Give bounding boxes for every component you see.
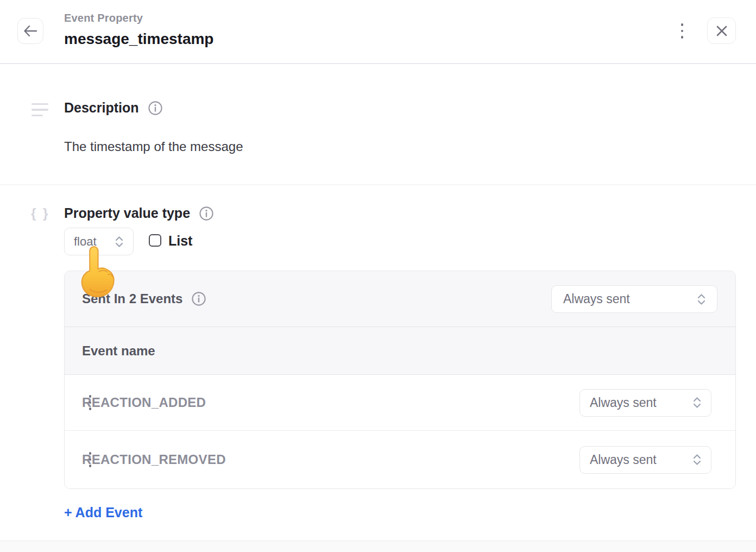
row-options-button[interactable] xyxy=(82,447,98,473)
info-icon[interactable] xyxy=(199,206,213,221)
event-sent-value: Always sent xyxy=(590,396,657,410)
close-button[interactable] xyxy=(707,17,736,44)
back-button[interactable] xyxy=(17,18,43,44)
entity-type-label: Event Property xyxy=(64,12,143,24)
add-event-button[interactable]: + Add Event xyxy=(64,505,142,520)
value-type-dropdown[interactable]: float xyxy=(64,228,134,255)
sent-in-events-heading: Sent In 2 Events xyxy=(82,291,182,306)
all-events-sent-value: Always sent xyxy=(563,292,630,306)
chevron-up-down-icon xyxy=(692,397,702,409)
sent-in-events-card: Sent In 2 Events Always sent Event name … xyxy=(64,271,736,489)
panel-header: Event Property message_timestamp xyxy=(0,0,756,64)
more-options-button[interactable] xyxy=(674,18,690,44)
row-options-button[interactable] xyxy=(82,390,98,416)
description-text: The timestamp of the message xyxy=(64,139,243,154)
event-name: REACTION_ADDED xyxy=(82,395,579,410)
page-title: message_timestamp xyxy=(64,30,213,48)
section-divider xyxy=(0,184,756,185)
event-sent-dropdown[interactable]: Always sent xyxy=(579,389,711,417)
list-checkbox[interactable] xyxy=(149,234,161,247)
value-type-dropdown-value: float xyxy=(74,235,97,249)
description-heading-row: Description xyxy=(64,100,162,116)
table-row: REACTION_REMOVED Always sent xyxy=(65,431,735,488)
table-row: REACTION_ADDED Always sent xyxy=(65,375,735,431)
description-heading: Description xyxy=(64,100,139,116)
footer-divider xyxy=(0,541,756,552)
list-checkbox-label: List xyxy=(168,233,192,249)
close-icon xyxy=(716,25,728,37)
info-icon[interactable] xyxy=(192,292,206,306)
info-icon[interactable] xyxy=(148,101,162,115)
property-value-type-heading-row: Property value type xyxy=(64,205,213,221)
events-card-header: Sent In 2 Events Always sent xyxy=(65,271,735,327)
event-sent-dropdown[interactable]: Always sent xyxy=(579,446,711,474)
chevron-up-down-icon xyxy=(697,293,706,305)
description-section-icon xyxy=(32,103,48,120)
chevron-up-down-icon xyxy=(692,454,702,466)
chevron-up-down-icon xyxy=(115,236,124,248)
kebab-dot xyxy=(681,30,684,33)
kebab-dot xyxy=(681,36,684,39)
property-value-type-heading: Property value type xyxy=(64,205,190,221)
event-sent-value: Always sent xyxy=(590,453,657,467)
all-events-sent-dropdown[interactable]: Always sent xyxy=(551,285,717,313)
event-name: REACTION_REMOVED xyxy=(82,452,579,467)
kebab-dot xyxy=(681,23,684,26)
arrow-left-icon xyxy=(23,25,37,37)
event-name-column-header: Event name xyxy=(65,327,735,375)
curly-braces-icon: { } xyxy=(31,206,49,221)
